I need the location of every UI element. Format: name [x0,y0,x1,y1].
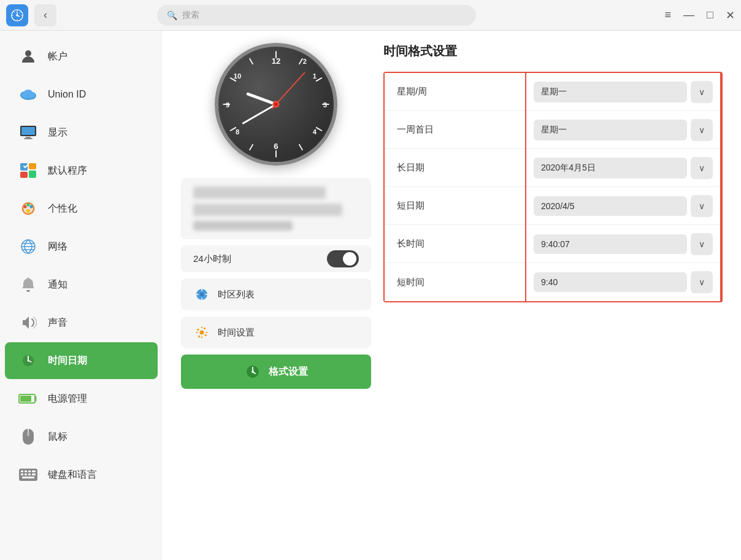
svg-text:3: 3 [323,101,327,109]
maximize-button[interactable]: □ [707,9,713,21]
svg-line-58 [250,58,253,64]
svg-rect-44 [28,474,31,475]
svg-line-49 [316,78,322,82]
sidebar-label-display: 显示 [48,126,67,139]
menu-icon[interactable]: ≡ [665,9,672,21]
titlebar: ‹ 🔍 搜索 ≡ — □ ✕ [0,0,741,31]
format-row-weekday: 星期/周 [385,73,525,111]
clock-face: 12 1 3 4 6 8 9 10 2 [215,43,337,166]
format-dropdowns-column: 星期一 ∨ 星期一 ∨ [525,73,721,301]
sidebar-item-sound[interactable]: 声音 [5,304,158,341]
svg-rect-43 [25,474,27,475]
svg-rect-38 [21,470,23,472]
svg-point-36 [26,431,30,436]
sidebar-item-personalize[interactable]: 个性化 [5,190,158,227]
24h-toggle-switch[interactable] [327,250,359,267]
dropdown-value-long-date: 2020年4月5日 [534,158,687,178]
svg-rect-15 [29,163,36,169]
format-table: 星期/周 一周首日 长日期 短日期 长时间 [383,72,723,302]
blurred-text-2 [193,204,342,216]
chevron-weekday[interactable]: ∨ [691,81,713,103]
sidebar-item-notify[interactable]: 通知 [5,266,158,303]
window-controls: ≡ — □ ✕ [665,9,735,22]
svg-point-8 [28,92,35,98]
dropdown-value-short-date: 2020/4/5 [534,196,687,216]
svg-rect-10 [21,127,35,135]
minimize-button[interactable]: — [683,9,694,21]
svg-rect-14 [20,172,28,178]
dropdown-value-first-day: 星期一 [534,120,687,140]
keyboard-icon [17,464,39,486]
svg-rect-42 [21,474,23,475]
chevron-long-date[interactable]: ∨ [691,157,713,179]
dropdown-row-long-time: 9:40:07 ∨ [526,225,720,263]
sidebar-item-keyboard[interactable]: 键盘和语言 [5,456,158,493]
sidebar-label-default-app: 默认程序 [48,164,87,177]
monitor-icon [17,121,39,144]
sidebar-item-default-app[interactable]: 默认程序 [5,152,158,189]
sidebar-label-network: 网络 [48,240,67,253]
svg-text:8: 8 [236,128,239,136]
svg-rect-45 [32,474,36,475]
svg-text:6: 6 [274,142,278,151]
svg-point-20 [27,204,30,207]
svg-line-51 [316,128,322,131]
back-button[interactable]: ‹ [34,4,56,26]
sidebar-item-display[interactable]: 显示 [5,114,158,151]
svg-point-77 [251,370,254,373]
person-icon [17,45,39,67]
sidebar-label-sound: 声音 [48,316,67,329]
label-weekday: 星期/周 [397,86,427,98]
sidebar-label-datetime: 时间日期 [48,355,87,367]
sidebar-item-power[interactable]: 电源管理 [5,380,158,417]
sidebar-label-keyboard: 键盘和语言 [48,469,97,481]
format-row-first-day: 一周首日 [385,111,525,149]
svg-line-52 [299,144,303,150]
app-logo [6,4,28,26]
mouse-icon [17,426,39,448]
app-icon [17,159,39,182]
sidebar-label-union-id: Union ID [48,89,86,100]
main-layout: 帐户 Union ID [0,31,741,560]
svg-point-19 [24,205,27,209]
time-settings-button[interactable]: 时间设置 [181,316,371,348]
label-first-day: 一周首日 [397,124,434,136]
search-placeholder: 搜索 [182,10,199,21]
content-area: 12 1 3 4 6 8 9 10 2 [163,31,741,560]
sidebar-item-union-id[interactable]: Union ID [5,76,158,113]
search-bar[interactable]: 🔍 搜索 [157,5,476,26]
sidebar-label-account: 帐户 [48,50,67,63]
chevron-short-date[interactable]: ∨ [691,195,713,217]
sidebar-label-power: 电源管理 [48,393,87,405]
sidebar-item-datetime[interactable]: 时间日期 [5,342,158,379]
cloud-icon [17,83,39,105]
sidebar-item-mouse[interactable]: 鼠标 [5,418,158,455]
chevron-first-day[interactable]: ∨ [691,119,713,141]
time-settings-label: 时间设置 [218,327,255,339]
svg-rect-39 [25,470,27,472]
dropdown-value-short-time: 9:40 [534,272,687,292]
timezone-icon [193,286,210,303]
sidebar-item-network[interactable]: 网络 [5,228,158,265]
network-icon [17,236,39,258]
blurred-text-3 [193,221,293,231]
svg-rect-33 [20,396,31,402]
chevron-long-time[interactable]: ∨ [691,233,713,255]
format-row-long-date: 长日期 [385,149,525,187]
sidebar-label-personalize: 个性化 [48,202,77,215]
svg-text:10: 10 [234,72,242,80]
battery-icon [17,388,39,410]
label-short-date: 短日期 [397,200,424,212]
svg-line-69 [243,104,276,123]
svg-point-31 [28,360,29,362]
svg-text:12: 12 [272,56,281,66]
dropdown-value-long-time: 9:40:07 [534,234,687,254]
chevron-short-time[interactable]: ∨ [691,271,713,293]
svg-line-54 [250,144,253,150]
svg-text:9: 9 [226,101,229,109]
dropdown-row-weekday: 星期一 ∨ [526,73,720,111]
timezone-button[interactable]: 时区列表 [181,278,371,310]
format-settings-button[interactable]: 格式设置 [181,355,371,389]
close-button[interactable]: ✕ [726,9,735,22]
sidebar-item-account[interactable]: 帐户 [5,38,158,75]
